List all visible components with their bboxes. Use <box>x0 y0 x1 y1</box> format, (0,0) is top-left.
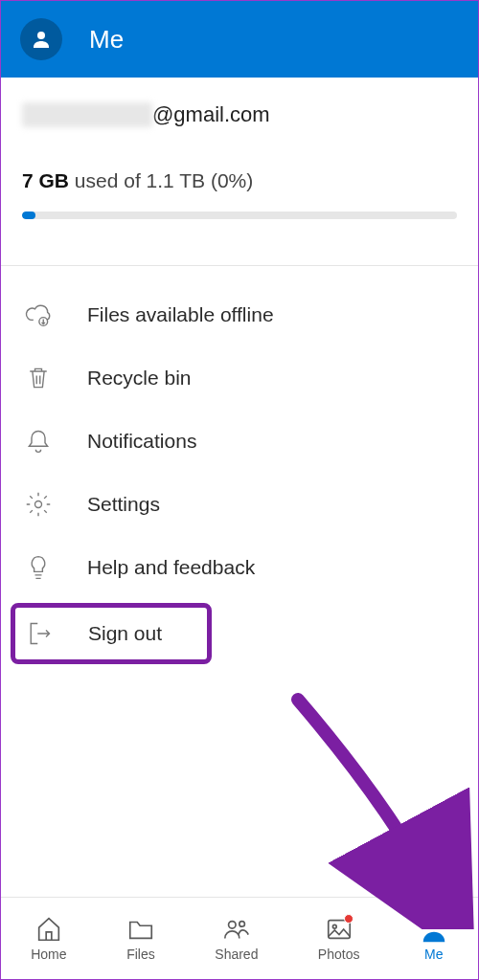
svg-point-0 <box>37 32 45 39</box>
storage-progress-fill <box>22 212 35 219</box>
account-email[interactable]: @gmail.com <box>22 102 457 127</box>
menu-item-signout[interactable]: Sign out <box>11 603 212 664</box>
nav-label: Home <box>31 947 66 962</box>
page-title: Me <box>89 25 124 55</box>
people-icon <box>222 915 251 944</box>
svg-point-4 <box>240 922 245 927</box>
nav-shared[interactable]: Shared <box>215 915 258 962</box>
menu-label: Settings <box>87 493 160 516</box>
nav-label: Photos <box>318 947 360 962</box>
cloud-download-icon <box>24 301 53 329</box>
email-local-redacted <box>22 102 152 127</box>
menu-label: Sign out <box>88 622 162 645</box>
nav-me[interactable]: Me <box>420 915 448 962</box>
account-section: @gmail.com 7 GB used of 1.1 TB (0%) <box>1 78 478 240</box>
menu-list: Files available offline Recycle bin Noti… <box>1 266 478 685</box>
avatar[interactable] <box>20 18 62 60</box>
person-filled-icon <box>420 915 448 944</box>
signout-icon <box>25 619 54 648</box>
folder-icon <box>126 915 155 944</box>
nav-photos[interactable]: Photos <box>318 915 360 962</box>
svg-point-2 <box>35 501 42 508</box>
header-bar: Me <box>1 1 478 78</box>
storage-remaining-text: used of 1.1 TB (0%) <box>69 169 253 191</box>
person-icon <box>30 28 53 51</box>
email-domain: @gmail.com <box>152 102 270 127</box>
menu-item-offline[interactable]: Files available offline <box>1 283 478 346</box>
spacer <box>1 685 478 897</box>
svg-point-3 <box>228 922 236 929</box>
menu-label: Files available offline <box>87 303 274 326</box>
bulb-icon <box>24 553 53 582</box>
nav-label: Me <box>424 947 443 962</box>
storage-usage-text: 7 GB used of 1.1 TB (0%) <box>22 169 457 192</box>
nav-home[interactable]: Home <box>31 915 66 962</box>
menu-item-notifications[interactable]: Notifications <box>1 410 478 473</box>
svg-point-7 <box>428 919 439 929</box>
bell-icon <box>24 427 53 456</box>
trash-icon <box>24 364 53 392</box>
nav-label: Shared <box>215 947 258 962</box>
nav-label: Files <box>126 947 155 962</box>
menu-item-help[interactable]: Help and feedback <box>1 536 478 599</box>
home-icon <box>34 915 63 944</box>
storage-used-value: 7 GB <box>22 169 69 191</box>
menu-item-settings[interactable]: Settings <box>1 473 478 536</box>
menu-label: Recycle bin <box>87 367 192 390</box>
menu-label: Help and feedback <box>87 556 255 579</box>
bottom-nav: Home Files Shared Photos Me <box>1 897 478 979</box>
storage-progress-bar <box>22 212 457 219</box>
menu-item-recycle[interactable]: Recycle bin <box>1 346 478 410</box>
nav-files[interactable]: Files <box>126 915 155 962</box>
svg-point-6 <box>332 924 336 928</box>
menu-label: Notifications <box>87 430 196 453</box>
gear-icon <box>24 490 53 519</box>
